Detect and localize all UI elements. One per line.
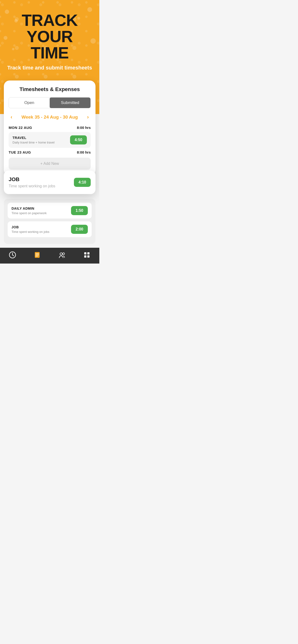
day-name-tue: TUE 23 AUG [9,150,31,154]
lower-entries-section: DAILY ADMIN Time spent on paperwork 1:50… [4,199,95,244]
floating-job-card[interactable]: JOB Time spent working on jobs 4:10 [4,170,95,194]
bottom-nav [0,248,99,264]
entry-time-admin: 1:50 [71,206,88,215]
toggle-group: Open Submitted [9,97,91,108]
nav-item-grid[interactable] [83,251,91,259]
floating-job-desc: Time spent working on jobs [9,184,55,188]
svg-point-8 [63,253,65,255]
entry-time-job: 2:00 [71,225,88,234]
floating-info: JOB Time spent working on jobs [9,176,55,188]
entry-time-travel: 4:50 [70,135,87,144]
add-new-button[interactable]: + Add New [9,158,91,170]
svg-rect-11 [84,256,86,258]
entry-info-travel: TRAVEL Daily travel time + home travel [13,136,70,144]
day-header-mon: MON 22 AUG 8:00 hrs [9,126,91,130]
dot-5 [4,36,8,40]
nav-item-team[interactable] [58,251,66,259]
entry-title-job: JOB [12,225,71,229]
week-label: Week 35 - 24 Aug - 30 Aug [22,114,78,120]
entry-daily-admin[interactable]: DAILY ADMIN Time spent on paperwork 1:50 [8,203,92,218]
entry-desc-admin: Time spent on paperwork [12,211,71,215]
team-icon [58,251,66,259]
entry-desc-travel: Daily travel time + home travel [13,141,70,144]
svg-point-7 [60,253,62,255]
toggle-open[interactable]: Open [9,98,50,108]
entry-title-travel: TRAVEL [13,136,70,140]
day-hours-tue: 8:00 hrs [77,150,91,154]
entry-title-admin: DAILY ADMIN [12,206,71,210]
floating-job-title: JOB [9,176,55,182]
hero-subtitle: Track time and submit timesheets [7,65,92,71]
hero-title: TRACK YOUR TIME [7,12,92,61]
entry-desc-job: Time spent working on jobs [12,230,71,234]
svg-line-2 [13,255,14,256]
nav-item-timesheet[interactable] [33,251,41,259]
floating-job-time: 4:10 [74,178,91,187]
entry-info-admin: DAILY ADMIN Time spent on paperwork [12,206,71,215]
clock-icon [9,251,16,259]
entry-job[interactable]: JOB Time spent working on jobs 2:00 [8,222,92,237]
prev-week-button[interactable]: ‹ [9,113,14,121]
next-week-button[interactable]: › [85,113,91,121]
dot-3 [87,7,92,12]
day-name-mon: MON 22 AUG [9,126,32,130]
timesheet-icon [33,251,41,259]
entry-travel[interactable]: TRAVEL Daily travel time + home travel 4… [9,132,91,148]
timesheets-card: Timesheets & Expenses Open Submitted ‹ W… [4,80,95,176]
svg-rect-10 [87,252,89,254]
entry-info-job: JOB Time spent working on jobs [12,225,71,234]
grid-icon [83,251,91,259]
svg-rect-9 [84,252,86,254]
svg-rect-12 [87,256,89,258]
week-nav: ‹ Week 35 - 24 Aug - 30 Aug › [9,113,91,121]
toggle-submitted[interactable]: Submitted [50,98,90,108]
nav-item-clock[interactable] [9,251,16,259]
day-header-tue: TUE 23 AUG 8:00 hrs [9,150,91,154]
card-title: Timesheets & Expenses [9,86,91,92]
day-hours-mon: 8:00 hrs [77,126,91,130]
